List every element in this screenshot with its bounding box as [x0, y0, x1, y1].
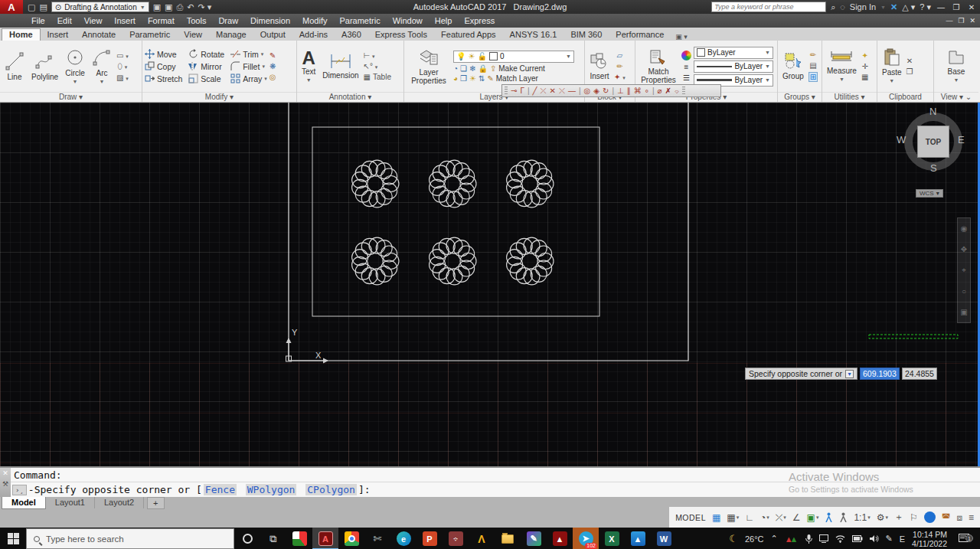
copy-button[interactable]: Copy — [145, 61, 182, 71]
weather-temperature[interactable]: 26°C — [745, 534, 764, 544]
new-layout-button[interactable]: + — [147, 497, 164, 509]
workspace-gear-icon[interactable]: ⚙▾ — [877, 512, 888, 523]
cortana-button[interactable] — [234, 528, 260, 549]
sign-in-button[interactable]: Sign In — [850, 2, 876, 11]
create-block-icon[interactable]: ▱ — [616, 51, 622, 60]
snap-intersection-icon[interactable]: ╱ — [533, 87, 537, 95]
rosette-flower[interactable] — [430, 237, 476, 285]
menu-modify[interactable]: Modify — [297, 16, 332, 25]
snap-cross-icon[interactable]: ⤬ — [559, 87, 565, 96]
open-file-icon[interactable]: ▤ — [39, 2, 47, 12]
group-button[interactable]: Group — [780, 52, 806, 80]
orbit-icon[interactable]: ○ — [962, 287, 966, 296]
customize-wrench-icon[interactable]: ⚒ — [2, 480, 8, 488]
tab-a360[interactable]: A360 — [335, 29, 368, 41]
command-history[interactable]: Command: ›¸ -Specify opposite corner or … — [11, 468, 980, 497]
tab-manage[interactable]: Manage — [209, 29, 253, 41]
acrobat-button[interactable]: ▲ — [547, 528, 573, 549]
tab-layout2[interactable]: Layout2 — [95, 497, 144, 508]
snip-button[interactable]: ✄ — [364, 528, 390, 549]
snap-quadrant-icon[interactable]: ◈ — [593, 87, 599, 95]
text-button[interactable]: A Text▼ — [299, 49, 318, 84]
wcs-menu[interactable]: WCS ▾ — [916, 189, 943, 198]
panel-label-modify[interactable]: Modify ▾ — [142, 92, 296, 102]
object-snap-toolbar[interactable]: ⊸ Γ | ╱ ⤫ ✕ ⤬ — | ◎ ◈ ↻ | ⊥ ∥ ⌘ ∘ | ⌀ ✗ … — [501, 84, 721, 97]
plus-customize-icon[interactable]: ＋ — [894, 511, 903, 524]
tab-express-tools[interactable]: Express Tools — [368, 29, 434, 41]
microphone-icon[interactable] — [805, 534, 812, 544]
snap-parallel-icon[interactable]: ∥ — [627, 87, 631, 95]
circle-button[interactable]: Circle▼ — [63, 47, 87, 86]
taskbar-search[interactable]: Type here to search — [26, 528, 234, 549]
snap-extension-icon[interactable]: ✕ — [550, 87, 556, 95]
layer-isolate-icon[interactable]: ❏ — [460, 64, 467, 73]
edge-button[interactable]: e — [390, 528, 416, 549]
compass-north[interactable]: N — [929, 106, 936, 117]
save-as-icon[interactable]: ▣ — [165, 2, 172, 12]
layer-select[interactable]: 💡 ☀ 🔓 0 ▼ — [453, 51, 574, 63]
snap-insert-icon[interactable]: ⌘ — [634, 87, 642, 95]
copy-clip-icon[interactable]: ❐ — [906, 67, 913, 76]
tab-layout1[interactable]: Layout1 — [46, 497, 95, 508]
fillet-button[interactable]: Fillet ▾ — [230, 61, 267, 71]
mirror-button[interactable]: Mirror — [188, 61, 224, 71]
tab-ansys[interactable]: ANSYS 16.1 — [503, 29, 564, 41]
snap-node-icon[interactable]: ∘ — [645, 87, 649, 95]
wifi-icon[interactable] — [835, 534, 845, 543]
photos-button[interactable]: ▲ — [625, 528, 651, 549]
autodesk-tray-icon[interactable]: ▲▲ — [785, 534, 799, 544]
menu-edit[interactable]: Edit — [52, 16, 77, 25]
telegram-button[interactable]: ➤ 102 — [573, 528, 599, 549]
action-center-button[interactable]: 1 — [954, 534, 974, 544]
tab-output[interactable]: Output — [253, 29, 292, 41]
layer-unisolate-icon[interactable]: ❐ — [460, 74, 467, 83]
tab-parametric[interactable]: Parametric — [122, 29, 177, 41]
rosette-flower[interactable] — [507, 237, 554, 285]
scale-button[interactable]: Scale — [188, 74, 224, 83]
ortho-mode-icon[interactable]: ∟ — [745, 512, 754, 523]
taskbar-clock[interactable]: 10:14 PM 4/11/2022 — [912, 530, 947, 548]
polar-tracking-icon[interactable]: ◔▾ — [760, 512, 769, 523]
group-edit-icon[interactable]: ▤ — [809, 61, 816, 70]
panel-label-groups[interactable]: Groups ▾ — [778, 92, 822, 102]
rosette-flower[interactable] — [507, 160, 554, 208]
match-properties-button[interactable]: Match Properties — [638, 49, 679, 84]
object-color-select[interactable]: ByLayer▼ — [694, 47, 773, 59]
snap-perpendicular-icon[interactable]: ⊥ — [617, 87, 624, 95]
polyline-button[interactable]: Polyline — [29, 51, 60, 81]
phone-link-icon[interactable] — [819, 534, 828, 543]
powerpoint-button[interactable]: P — [416, 528, 443, 549]
workspace-switcher[interactable]: ⊙ Drafting & Annotation ▼ — [51, 2, 149, 12]
rosette-flower[interactable] — [352, 160, 399, 208]
array-button[interactable]: Array ▾ — [230, 74, 267, 83]
group-select-icon[interactable]: ⊞ — [808, 72, 818, 82]
pen-icon[interactable]: ✎ — [886, 534, 893, 544]
snap-tangent-icon[interactable]: ↻ — [603, 87, 609, 95]
panel-label-view[interactable]: View ▾ ⌄ — [934, 92, 978, 102]
isolate-objects-icon[interactable]: ◚ — [942, 512, 951, 523]
ellipse-tool-icon[interactable]: ⬯ ▾ — [118, 62, 128, 71]
make-current-button[interactable]: Make Current — [498, 64, 545, 73]
menu-express[interactable]: Express — [459, 16, 500, 25]
rosette-flower[interactable] — [352, 237, 399, 285]
dynamic-input-x-field[interactable]: 609.1903 — [860, 368, 900, 380]
snagit-button[interactable] — [286, 528, 312, 549]
autoscale-icon[interactable] — [839, 512, 848, 522]
edit-block-icon[interactable]: ✏ — [616, 62, 622, 70]
minimize-button[interactable]: — — [936, 3, 946, 11]
hidden-icons-chevron[interactable]: ⌃ — [771, 534, 778, 544]
viewcube[interactable]: TOP N S W E WCS ▾ — [902, 110, 965, 187]
annotation-visibility-icon[interactable] — [825, 512, 833, 522]
snap-settings-icon[interactable]: ⌔ — [675, 87, 679, 96]
layer-thaw-icon[interactable]: ☀ — [469, 74, 476, 83]
snap-endpoint-icon[interactable]: ⊸ — [511, 87, 517, 95]
full-nav-wheel-icon[interactable]: ◉ — [961, 224, 968, 233]
multileader-tool-icon[interactable]: ⊢ ▾ — [364, 51, 375, 60]
new-file-icon[interactable]: ▢ — [28, 2, 35, 12]
menu-window[interactable]: Window — [387, 16, 428, 25]
cut-icon[interactable]: ✕ — [906, 57, 913, 65]
tab-insert[interactable]: Insert — [41, 29, 76, 41]
help-icon[interactable]: ? ▾ — [920, 2, 931, 12]
drawing-canvas[interactable]: Y X TOP N S W E WCS ▾ ◉ ✥ ⌖ ○ ▣ Specify — [0, 103, 980, 466]
tab-view[interactable]: View — [177, 29, 209, 41]
